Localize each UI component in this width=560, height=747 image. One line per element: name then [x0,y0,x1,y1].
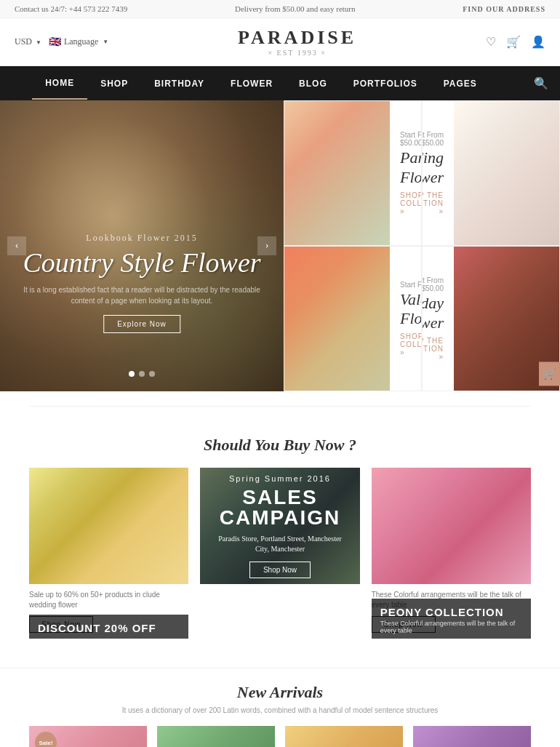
nav-search-icon[interactable]: 🔍 [522,66,560,100]
wedding-flower-info: Start From $50.00 Wedding Flower Shop Th… [422,122,454,224]
peony-title: PEONY COLLECTION [380,606,522,618]
party-start-from: Start From $50.00 [400,131,422,147]
discount-desc: Sale up to 60% on 50+ products in clude … [29,590,188,610]
nav-flower[interactable]: FLOWER [217,68,286,99]
nav-birthday[interactable]: BIRTHDAY [141,68,217,99]
buy-grid: DISCOUNT 20% OFF Sale up to 60% on 50+ p… [29,468,531,639]
new-arrivals-section: New Arrivals It uses a dictionary of ove… [0,668,560,747]
valentine-flower-info: Start From $50.00 Valentine Flower Shop … [390,272,422,366]
nav-home[interactable]: HOME [32,68,87,100]
flag-icon: 🇬🇧 [49,36,61,48]
peony-badge: PEONY COLLECTION These Colorful arrangem… [372,599,531,639]
party-flower-image [284,101,390,245]
arrival-card-4 [413,726,531,747]
nav-items: HOME SHOP BIRTHDAY FLOWER BLOG PORTFOLIO… [0,68,522,100]
top-bar: Contact us 24/7: +44 573 222 7439 Delive… [0,0,560,18]
campaign-overlay: Spring Summer 2016 SALES CAMPAIGN Paradi… [200,468,359,584]
cart-icon[interactable]: 🛒 [506,35,521,49]
discount-badge: DISCOUNT 20% OFF [29,615,188,639]
main-nav: HOME SHOP BIRTHDAY FLOWER BLOG PORTFOLIO… [0,66,560,100]
arrival-image-2 [157,726,275,747]
hero-main-slide: ‹ › Lookbook Flower 2015 Country Style F… [0,100,284,391]
wedding-start-from: Start From $50.00 [422,131,444,147]
wedding-flower-link[interactable]: Shop The Collection » [422,191,444,215]
hero-label: Lookbook Flower 2015 [21,233,263,244]
valentine-flower-title: Valentine Flower [400,290,422,329]
peony-card-image [372,468,531,584]
campaign-image-wrapper: Spring Summer 2016 SALES CAMPAIGN Paradi… [200,468,359,584]
campaign-subtitle: Spring Summer 2016 [229,474,331,483]
wishlist-icon[interactable]: ♡ [486,35,496,49]
brand-name[interactable]: PARADISE [238,27,356,49]
campaign-card: Spring Summer 2016 SALES CAMPAIGN Paradi… [200,468,359,639]
campaign-title: SALES CAMPAIGN [212,487,348,528]
campaign-description: Paradis Store, Portland Street, Manchest… [212,534,348,554]
nav-pages[interactable]: PAGES [431,68,490,99]
birthday-flower-info: Start From $50.00 Birthday Flower Shop T… [422,268,454,369]
side-cart-button[interactable]: 🛒 [539,361,560,386]
delivery-info: Delivery from $50.00 and easy return [235,4,356,13]
hero-dot-2[interactable] [139,371,145,377]
wedding-flower-cell: Start From $50.00 Wedding Flower Shop Th… [422,100,560,246]
contact-info: Contact us 24/7: +44 573 222 7439 [15,4,127,13]
valentine-flower-link[interactable]: Shop The Collection » [400,332,422,356]
currency-arrow-icon: ▼ [36,39,41,46]
hero-collection-grid: Start From $50.00 Party Flower Shop The … [284,100,560,391]
brand-est: × EST 1993 × [238,49,356,57]
valentine-flower-image [284,247,390,391]
arrival-image-4 [413,726,531,747]
valentine-flower-cell: Start From $50.00 Valentine Flower Shop … [284,246,422,391]
birthday-flower-title: Birthday Flower [422,294,444,332]
birthday-start-from: Start From $50.00 [422,276,444,292]
campaign-shop-button[interactable]: Shop Now [249,562,311,578]
section-divider-1 [29,406,531,407]
hero-section: ‹ › Lookbook Flower 2015 Country Style F… [0,100,560,391]
nav-shop[interactable]: SHOP [87,68,141,99]
party-flower-info: Start From $50.00 Party Flower Shop The … [390,122,422,224]
arrival-image-3 [285,726,403,747]
buy-section: Should You Buy Now ? DISCOUNT 20% OFF Sa… [0,421,560,660]
header: USD ▼ 🇬🇧 Language ▼ PARADISE × EST 1993 … [0,18,560,66]
language-arrow-icon: ▼ [103,39,108,45]
address-link[interactable]: FIND OUR ADDRESS [463,5,545,13]
valentine-start-from: Start From $50.00 [400,281,422,289]
party-flower-cell: Start From $50.00 Party Flower Shop The … [284,100,422,246]
currency-selector[interactable]: USD ▼ [15,36,41,47]
hero-dots [129,371,155,377]
party-flower-link[interactable]: Shop The Collection » [400,191,422,215]
discount-card-image [29,468,188,584]
hero-content: Lookbook Flower 2015 Country Style Flowe… [21,233,263,333]
discount-card: DISCOUNT 20% OFF Sale up to 60% on 50+ p… [29,468,188,639]
discount-title: DISCOUNT 20% OFF [38,622,180,634]
arrival-card-2 [157,726,275,747]
language-selector[interactable]: 🇬🇧 Language ▼ [49,36,108,48]
wedding-flower-title: Wedding Flower [422,148,444,187]
birthday-flower-link[interactable]: Shop The Collection » [422,337,444,361]
account-icon[interactable]: 👤 [531,35,545,49]
arrival-card-3 [285,726,403,747]
nav-blog[interactable]: BLOG [286,68,340,99]
hero-dot-1[interactable] [129,371,135,377]
peony-subtitle: These Colorful arrangements will be the … [380,620,522,634]
header-center: PARADISE × EST 1993 × [238,27,356,57]
arrivals-title: New Arrivals [29,683,531,702]
party-flower-title: Party Flower [400,148,422,187]
arrivals-grid: Sale! [29,726,531,747]
hero-description: It is a long established fact that a rea… [21,284,263,306]
arrivals-subtitle: It uses a dictionary of over 200 Latin w… [29,706,531,714]
arrival-card-1: Sale! [29,726,147,747]
hero-dot-3[interactable] [149,371,155,377]
wedding-flower-image [454,101,559,245]
peony-card: PEONY COLLECTION These Colorful arrangem… [372,468,531,639]
header-icons: ♡ 🛒 👤 [486,35,545,49]
header-left: USD ▼ 🇬🇧 Language ▼ [15,36,108,48]
buy-section-title: Should You Buy Now ? [29,436,531,455]
hero-explore-button[interactable]: Explore Now [103,315,180,333]
hero-title: Country Style Flower [21,248,263,279]
nav-portfolios[interactable]: PORTFOLIOS [340,68,431,99]
